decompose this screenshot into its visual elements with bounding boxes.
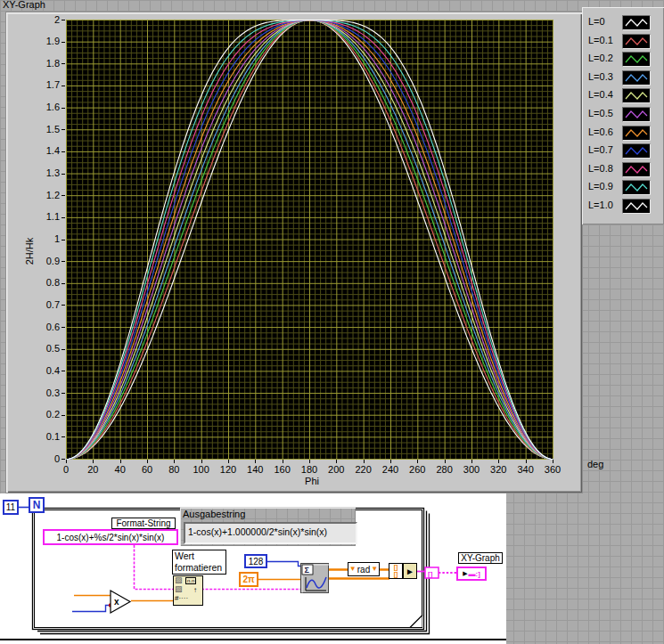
legend-item-label[interactable]: L=1.0: [588, 199, 613, 212]
y-tick-mark: [61, 436, 65, 437]
tunnel-brackets-icon: []: [428, 570, 433, 578]
wire-128[interactable]: [267, 562, 300, 567]
legend-sample[interactable]: [622, 88, 651, 103]
y-tick-label[interactable]: 0.6: [37, 322, 60, 333]
y-tick-label[interactable]: 1.5: [37, 124, 60, 135]
legend-item-label[interactable]: L=0: [588, 15, 605, 29]
y-tick-mark: [61, 174, 65, 175]
format-string-constant[interactable]: 1-cos(x)+%s/2*sin(x)*sin(x): [43, 529, 178, 545]
x-tick-mark: [255, 460, 256, 463]
legend-sample[interactable]: [622, 52, 651, 67]
y-tick-label[interactable]: 1.6: [37, 102, 60, 113]
legend-item-label[interactable]: L=0.7: [588, 143, 613, 157]
y-tick-label[interactable]: 0.3: [37, 387, 60, 399]
legend-sample[interactable]: [622, 70, 651, 86]
y-tick-label[interactable]: 1.9: [37, 36, 60, 47]
legend-item-label[interactable]: L=0.3: [588, 70, 613, 84]
y-tick-label[interactable]: 0.2: [37, 409, 60, 420]
y-tick-label[interactable]: 1.7: [37, 79, 60, 91]
legend-sample[interactable]: [622, 34, 651, 49]
y-tick-label[interactable]: 0.8: [37, 277, 60, 289]
hatch-icon: ▨: [175, 584, 183, 593]
y-tick-mark: [61, 261, 65, 262]
legend-item-label[interactable]: L=0.4: [588, 88, 613, 102]
x-tick-mark: [445, 460, 446, 463]
legend-sample[interactable]: [622, 143, 651, 159]
x-tick-mark: [120, 460, 121, 463]
legend-sample[interactable]: [622, 126, 651, 141]
y-tick-label[interactable]: 1.8: [37, 58, 60, 69]
y-tick-label[interactable]: 0.4: [37, 365, 60, 377]
x-axis-unit-label: deg: [587, 459, 603, 469]
format-into-string-node[interactable]: ▨ n.n ▨ ↑ #····: [173, 575, 203, 606]
hash-dots-icon: #····: [175, 594, 188, 602]
y-tick-label[interactable]: 0.9: [37, 256, 60, 267]
y-tick-label[interactable]: 1: [37, 233, 60, 245]
format-string-label: Format-String: [111, 518, 176, 529]
graph-caption[interactable]: XY-Graph: [3, 0, 45, 10]
number-format-icon: n.n: [185, 577, 196, 584]
bundle-node[interactable]: ►: [403, 563, 417, 579]
y-tick-mark: [61, 195, 65, 196]
labview-front-panel: XY-Graph 2H/Hk 0204060801001201401601802…: [0, 0, 664, 644]
up-arrow-icon: ↑: [193, 586, 197, 594]
y-tick-mark: [61, 129, 65, 130]
legend-sample[interactable]: [622, 199, 651, 214]
multiply-glyph: x: [114, 597, 119, 607]
legend-item-label[interactable]: L=0.8: [588, 162, 613, 175]
plot-legend: L=0L=0.1L=0.2L=0.3L=0.4L=0.5L=0.6L=0.7L=…: [582, 7, 664, 224]
x-tick-mark: [93, 460, 94, 463]
x-tick-mark: [364, 460, 365, 463]
loop-count-constant[interactable]: 11: [3, 500, 19, 515]
y-tick-label[interactable]: 0.7: [37, 299, 60, 311]
graph-terminal-label: XY-Graph: [458, 552, 503, 564]
x-tick-mark: [309, 460, 310, 463]
legend-sample[interactable]: [622, 107, 651, 122]
samples-constant[interactable]: 128: [244, 554, 267, 568]
legend-item-label[interactable]: L=0.5: [588, 107, 613, 120]
output-string-indicator[interactable]: 1-cos(x)+1.000000/2*sin(x)*sin(x): [184, 522, 357, 544]
y-tick-mark: [61, 217, 65, 218]
sigma-icon: Σ: [305, 566, 310, 575]
legend-item-label[interactable]: L=0.2: [588, 52, 613, 65]
y-tick-mark: [61, 63, 65, 64]
y-tick-label[interactable]: 0: [37, 453, 60, 465]
y-tick-mark: [61, 151, 65, 152]
rad-conversion-node[interactable]: ▼ rad ▼: [348, 562, 380, 576]
grid-major-lines: [66, 20, 553, 460]
y-tick-label[interactable]: 0.1: [37, 431, 60, 443]
legend-item-label[interactable]: L=0.1: [588, 34, 613, 47]
wire-format-string-in[interactable]: [135, 545, 174, 590]
y-axis-title: 2H/Hk: [24, 233, 37, 269]
x-tick-mark: [417, 460, 418, 463]
legend-sample[interactable]: [622, 180, 651, 195]
x-tick-label[interactable]: 360: [537, 464, 569, 476]
y-tick-label[interactable]: 0.5: [37, 343, 60, 355]
x-tick-mark: [147, 460, 148, 463]
x-tick-mark: [336, 460, 337, 463]
y-tick-label[interactable]: 1.2: [37, 190, 60, 201]
legend-item-label[interactable]: L=0.9: [588, 180, 613, 193]
y-tick-mark: [61, 240, 65, 240]
x-tick-mark: [498, 460, 499, 463]
x-tick-mark: [553, 460, 553, 463]
x-tick-mark: [283, 460, 283, 463]
y-tick-label[interactable]: 1.4: [37, 145, 60, 157]
y-tick-mark: [61, 349, 65, 350]
y-tick-label[interactable]: 1.3: [37, 167, 60, 179]
y-tick-label[interactable]: 1.1: [37, 211, 60, 223]
legend-sample[interactable]: [622, 15, 651, 30]
y-tick-label[interactable]: 2: [37, 14, 60, 26]
two-pi-constant[interactable]: 2π: [239, 572, 258, 587]
legend-item-label[interactable]: L=0.6: [588, 126, 613, 139]
sine-pattern-node[interactable]: Σ: [300, 563, 329, 593]
plot-area[interactable]: [66, 20, 553, 460]
wire-iteration[interactable]: [72, 606, 111, 612]
xy-graph-terminal[interactable]: ▶ ▬:]: [456, 567, 487, 581]
build-array-node[interactable]: [] []: [389, 563, 403, 579]
legend-sample[interactable]: [622, 162, 651, 177]
y-tick-mark: [61, 20, 65, 20]
x-tick-mark: [390, 460, 391, 463]
x-tick-mark: [526, 460, 527, 463]
loop-count-terminal[interactable]: N: [29, 497, 45, 513]
